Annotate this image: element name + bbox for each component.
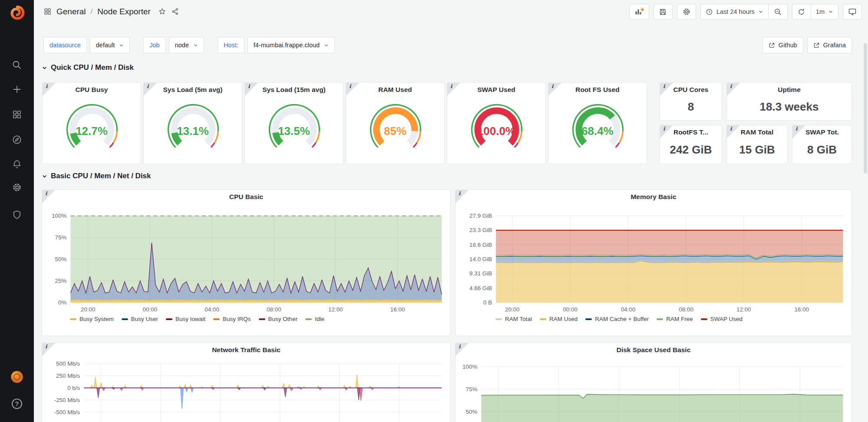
clock-icon <box>706 8 713 16</box>
section-quick-cpu-mem-disk[interactable]: Quick CPU / Mem / Disk <box>42 63 134 72</box>
panel-title[interactable]: CPU Cores <box>673 86 709 94</box>
info-corner-triangle <box>346 83 359 96</box>
sidebar-item-explore-icon[interactable] <box>12 134 22 145</box>
sidebar-item-help-icon[interactable]: ? <box>10 397 23 408</box>
variable-value-host[interactable]: f4-mumbai.frappe.cloud <box>248 37 335 53</box>
legend-item-swap-used[interactable]: SWAP Used <box>701 316 743 322</box>
panel-title[interactable]: Uptime <box>740 86 838 94</box>
legend-item-ram-free[interactable]: RAM Free <box>657 316 693 322</box>
legend-item-ram-total[interactable]: RAM Total <box>495 316 532 322</box>
panel-title[interactable]: Sys Load (15m avg) <box>258 86 330 94</box>
info-icon: i <box>663 126 665 132</box>
cycle-view-mode-button[interactable] <box>843 4 862 20</box>
chart-plot-area[interactable]: 0 B4.66 GiB9.31 GiB14.0 GiB18.6 GiB23.3 … <box>455 190 851 336</box>
breadcrumb-page[interactable]: Node Exporter <box>97 7 151 16</box>
breadcrumb-section[interactable]: General <box>56 7 86 16</box>
refresh-interval-picker[interactable]: 1m <box>811 4 838 20</box>
dashboard-link-grafana[interactable]: Grafana <box>807 37 852 53</box>
chevron-down-icon <box>324 43 329 48</box>
dashboards-grid-icon <box>43 7 52 16</box>
legend-item-ram-used[interactable]: RAM Used <box>540 316 578 322</box>
star-icon[interactable] <box>158 7 166 16</box>
panel-info-corner[interactable]: i <box>660 125 673 138</box>
legend-item-busy-user[interactable]: Busy User <box>122 316 158 322</box>
add-panel-button[interactable] <box>629 4 649 20</box>
legend-item-busy-irqs[interactable]: Busy IRQs <box>213 316 251 322</box>
panel-title[interactable]: RAM Total <box>740 128 774 136</box>
panel-info-corner[interactable]: i <box>548 83 561 96</box>
svg-text:4.66 GiB: 4.66 GiB <box>469 285 492 291</box>
panel-title[interactable]: CPU Busy <box>56 86 128 94</box>
sidebar-item-user-profile-icon[interactable] <box>10 370 23 381</box>
info-icon: i <box>795 126 798 132</box>
variable-label-datasource[interactable]: datasource <box>43 37 87 53</box>
variable-value-datasource[interactable]: default <box>90 37 130 53</box>
sidebar-item-add-icon[interactable] <box>12 84 22 95</box>
legend-item-busy-system[interactable]: Busy System <box>70 316 114 322</box>
zoom-out-time-button[interactable] <box>769 4 788 20</box>
chart-plot-area[interactable]: 100%75%50% <box>455 343 851 422</box>
stat-value: 8 <box>660 100 722 114</box>
sidebar-item-server-admin-icon[interactable] <box>12 209 22 220</box>
time-range-picker[interactable]: Last 24 hours <box>700 4 769 20</box>
variable-value-job[interactable]: node <box>169 37 204 53</box>
panel-info-corner[interactable]: i <box>245 83 258 96</box>
legend-swatch <box>305 318 312 320</box>
save-dashboard-button[interactable] <box>653 4 673 20</box>
variable-label-host[interactable]: Host: <box>218 37 244 53</box>
sidebar-item-configuration-icon[interactable] <box>12 182 22 193</box>
panel-swap-tot: iSWAP Tot...8 GiB <box>792 125 852 164</box>
svg-text:9.31 GiB: 9.31 GiB <box>469 270 492 277</box>
panel-info-corner[interactable]: i <box>727 83 740 96</box>
legend-label: Busy Iowait <box>175 316 205 322</box>
variable-label-job[interactable]: Job <box>143 37 165 53</box>
dashboard-settings-button[interactable] <box>677 4 696 20</box>
info-corner-triangle <box>792 125 805 138</box>
info-icon: i <box>730 126 732 132</box>
legend-swatch <box>701 318 707 320</box>
gauge-value: 13.5% <box>245 124 343 138</box>
chart-legend: Busy SystemBusy UserBusy IowaitBusy IRQs… <box>70 316 324 322</box>
info-icon: i <box>551 83 554 89</box>
panel-title[interactable]: Root FS Used <box>561 86 634 94</box>
legend-label: RAM Total <box>505 316 532 322</box>
panel-ram-total: iRAM Total15 GiB <box>726 125 788 164</box>
section-basic-cpu-mem-net-disk[interactable]: Basic CPU / Mem / Net / Disk <box>42 172 151 180</box>
chart-plot-area[interactable]: 500 Mb/s250 Mb/s0 b/s-250 Mb/s-500 Mb/s <box>42 343 450 422</box>
dashboard-link-github[interactable]: Github <box>762 37 803 53</box>
panel-info-corner[interactable]: i <box>660 83 673 96</box>
sidebar-item-dashboards-icon[interactable] <box>12 109 22 120</box>
panel-title[interactable]: SWAP Used <box>460 86 532 94</box>
scrollbar[interactable] <box>864 43 867 173</box>
panel-info-corner[interactable]: i <box>43 83 56 96</box>
panel-title[interactable]: Sys Load (5m avg) <box>157 86 229 94</box>
sidebar-item-search-icon[interactable] <box>12 60 22 70</box>
panel-info-corner[interactable]: i <box>447 83 460 96</box>
stat-value: 15 GiB <box>727 143 787 157</box>
panel-info-corner[interactable]: i <box>144 83 157 96</box>
gauge-value: 100.0% <box>447 124 545 138</box>
refresh-button[interactable] <box>792 4 811 20</box>
legend-item-busy-iowait[interactable]: Busy Iowait <box>166 316 205 322</box>
svg-text:16:00: 16:00 <box>795 306 809 313</box>
svg-text:100%: 100% <box>462 363 477 370</box>
legend-swatch <box>70 318 76 320</box>
legend-item-ram-cache-buffer[interactable]: RAM Cache + Buffer <box>585 316 649 322</box>
info-corner-triangle <box>727 83 740 96</box>
monitor-icon <box>848 7 857 16</box>
breadcrumb-separator: / <box>91 7 93 16</box>
sidebar-item-alerting-icon[interactable] <box>12 159 22 170</box>
panel-info-corner[interactable]: i <box>792 125 805 138</box>
chart-plot-area[interactable]: 0%25%50%75%100%20:0000:0004:0008:0012:00… <box>42 190 450 336</box>
panel-info-corner[interactable]: i <box>727 125 740 138</box>
panel-info-corner[interactable]: i <box>346 83 359 96</box>
panel-title[interactable]: RootFS T... <box>673 128 709 136</box>
legend-item-busy-other[interactable]: Busy Other <box>259 316 298 322</box>
panel-title[interactable]: RAM Used <box>359 86 431 94</box>
info-corner-triangle <box>447 83 460 96</box>
svg-text:20:00: 20:00 <box>81 306 96 313</box>
grafana-logo-icon[interactable] <box>8 4 26 22</box>
share-icon[interactable] <box>171 7 179 16</box>
legend-item-idle[interactable]: Idle <box>305 316 324 322</box>
panel-title[interactable]: SWAP Tot... <box>805 128 838 136</box>
